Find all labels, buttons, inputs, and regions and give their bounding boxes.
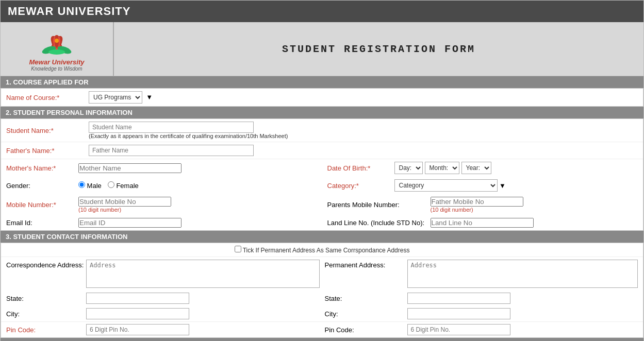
perm-address-label: Permanent Address: [325,261,407,269]
student-name-row: Student Name:* (Exactly as it appears in… [1,119,643,142]
perm-city-col: City: [325,308,638,319]
contact-section: Tick If Permanent Address As Same Corrsp… [1,243,643,338]
dob-year-select[interactable]: Year: [461,162,491,174]
perm-address-input[interactable] [407,260,638,288]
student-name-hint: (Exactly as it appears in the certificat… [89,133,638,139]
father-name-field [89,145,638,156]
address-row: Correspondence Address: Permanent Addres… [1,257,643,291]
perm-pin-input[interactable] [407,324,510,335]
corr-city-input[interactable] [86,308,189,319]
section4-header: 4. STUDENT ACADEMIC INFORMATION [1,338,643,341]
landline-sublabel: (Include STD No): [371,219,424,227]
mother-dob-row: Mother's Name:* Date Of Birth:* Day: Mon… [1,159,643,177]
pin-row: Pin Code: Pin Code: [1,321,643,337]
section3-header: 3. STUDENT CONTACT INFORMATION [1,231,643,243]
perm-pin-label: Pin Code: [325,326,407,334]
landline-label: Land Line No. [327,219,369,227]
university-logo [34,26,80,57]
email-col: Email Id: [1,215,322,230]
parents-mobile-label: Parents Mobile Number: [327,201,431,209]
student-mobile-col: Mobile Number:* (10 digit number) [1,194,322,215]
svg-point-8 [48,49,65,55]
personal-section: Student Name:* (Exactly as it appears in… [1,118,643,231]
perm-city-input[interactable] [407,308,510,319]
svg-point-9 [55,39,59,43]
logo-box: Mewar University Knowledge to Wisdom [1,22,114,76]
perm-address-col: Permanent Address: [325,260,638,288]
mobile-field: (10 digit number) [78,197,171,213]
category-label: Category:* [327,182,394,190]
mobile-hint: (10 digit number) [78,207,171,213]
gender-col: Gender: Male Female [1,177,322,194]
corr-city-col: City: [6,308,320,319]
student-name-field: (Exactly as it appears in the certificat… [89,122,638,139]
father-name-input[interactable] [89,145,254,156]
gender-female-label: Female [108,181,139,190]
landline-label-group: Land Line No. (Include STD No): [327,219,431,227]
perm-pin-col: Pin Code: [325,324,638,335]
corr-address-label: Correspondence Address: [6,261,86,269]
email-landline-row: Email Id: Land Line No. (Include STD No)… [1,215,643,230]
state-row: State: State: [1,291,643,306]
corr-pin-col: Pin Code: [6,324,320,335]
corr-pin-input[interactable] [86,324,189,335]
corr-pin-label: Pin Code: [6,326,86,334]
logo-header: Mewar University Knowledge to Wisdom STU… [1,22,643,76]
gender-male-label: Male [78,181,102,190]
same-address-row: Tick If Permanent Address As Same Corrsp… [1,243,643,257]
form-title: STUDENT REGISTRATION FORM [124,43,633,55]
gender-male-radio[interactable] [78,181,85,188]
perm-state-input[interactable] [407,293,510,304]
category-col: Category:* Category General OBC SC ST ▼ [322,177,643,194]
corr-state-col: State: [6,293,320,304]
section2-header: 2. STUDENT PERSONAL INFORMATION [1,107,643,118]
course-label: Name of Course:* [6,94,89,101]
course-row: Name of Course:* UG Programs PG Programs… [1,89,643,106]
perm-state-col: State: [325,293,638,304]
father-name-row: Father's Name:* [1,142,643,159]
parents-mobile-hint: (10 digit number) [431,207,523,213]
gender-radio-group: Male Female [78,181,139,190]
mobile-row: Mobile Number:* (10 digit number) Parent… [1,194,643,215]
mother-col: Mother's Name:* [1,159,322,177]
perm-city-label: City: [325,310,407,318]
corr-state-input[interactable] [86,293,189,304]
student-name-input[interactable] [89,122,254,133]
course-field: UG Programs PG Programs Diploma Certific… [89,91,638,104]
university-title: MEWAR UNIVERSITY [1,1,643,22]
student-name-label: Student Name:* [6,127,89,134]
form-title-area: STUDENT REGISTRATION FORM [114,33,643,65]
mobile-label: Mobile Number:* [6,201,78,209]
corr-address-col: Correspondence Address: [6,260,320,288]
corr-city-label: City: [6,310,86,318]
category-select[interactable]: Category General OBC SC ST [394,179,498,192]
city-row: City: City: [1,306,643,321]
landline-col: Land Line No. (Include STD No): [322,215,643,230]
mother-name-input[interactable] [78,163,181,173]
landline-input[interactable] [431,218,534,228]
gender-category-row: Gender: Male Female Category:* Category … [1,177,643,194]
father-name-label: Father's Name:* [6,147,89,155]
parents-mobile-input[interactable] [431,197,523,207]
email-label: Email Id: [6,219,78,227]
dob-month-select[interactable]: Month: [425,162,459,174]
dob-col: Date Of Birth:* Day: Month: Year: [322,159,643,177]
mobile-input[interactable] [78,197,171,207]
course-section: Name of Course:* UG Programs PG Programs… [1,88,643,107]
parents-mobile-col: Parents Mobile Number: (10 digit number) [322,194,643,215]
gender-label: Gender: [6,182,78,190]
corr-state-label: State: [6,295,86,302]
parents-mobile-field: (10 digit number) [431,197,523,213]
same-address-label: Tick If Permanent Address As Same Corrsp… [243,247,410,254]
same-address-checkbox[interactable] [235,246,241,252]
gender-female-radio[interactable] [108,181,114,188]
course-select[interactable]: UG Programs PG Programs Diploma Certific… [89,91,142,104]
section1-header: 1. COURSE APPLIED FOR [1,76,643,88]
email-input[interactable] [78,218,181,228]
mother-name-label: Mother's Name:* [6,164,78,172]
perm-state-label: State: [325,295,407,302]
dob-label: Date Of Birth:* [327,164,394,172]
corr-address-input[interactable] [86,260,320,288]
dob-day-select[interactable]: Day: [394,162,423,174]
logo-text: Mewar University Knowledge to Wisdom [29,58,85,72]
